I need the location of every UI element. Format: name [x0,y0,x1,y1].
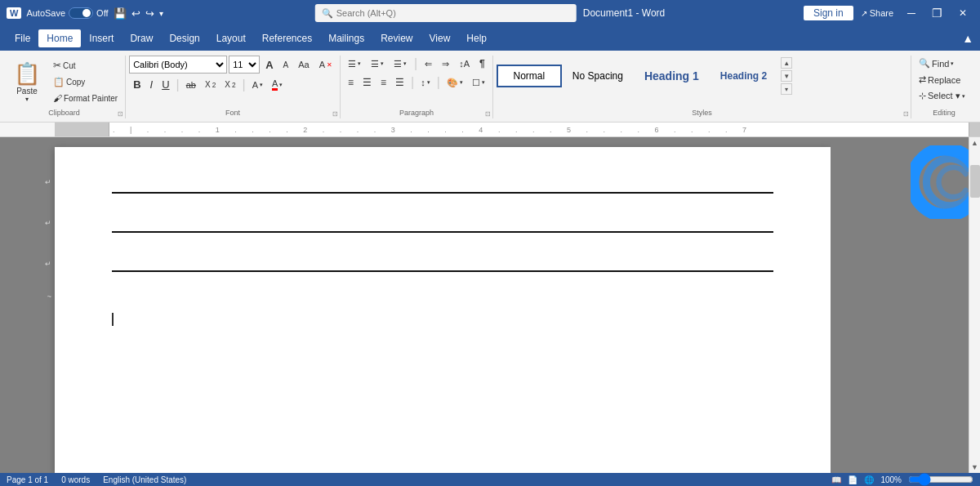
search-bar-container[interactable]: 🔍 [315,4,577,22]
bold-btn[interactable]: B [129,76,145,93]
vertical-scrollbar[interactable]: ▲ ▼ [969,137,980,473]
scroll-thumb[interactable] [970,165,980,198]
copy-icon: 📋 [53,77,65,87]
undo-btn[interactable]: ↩ [131,7,140,20]
search-input[interactable] [336,8,549,18]
style-heading2[interactable]: Heading 2 [710,66,777,86]
strikethrough-btn[interactable]: ab [182,78,200,92]
styles-gallery-container: Normal No Spacing Heading 1 [497,56,907,95]
margin-mark-4: ~ [47,292,51,301]
menu-insert[interactable]: Insert [81,29,122,47]
align-left-btn[interactable]: ≡ [344,74,358,91]
paragraph-expand-btn[interactable]: ⊡ [485,110,491,118]
save-quick-btn[interactable]: 💾 [114,7,127,20]
view-web-btn[interactable]: 🌐 [864,475,874,484]
clipboard-expand-btn[interactable]: ⊡ [118,110,123,118]
paste-button[interactable]: 📋 Paste ▾ [7,59,47,104]
autosave-label: AutoSave [26,8,65,18]
menu-mailings[interactable]: Mailings [320,29,372,47]
right-sidebar [831,137,980,473]
styles-more-btn[interactable]: ▾ [781,83,792,95]
multilevel-btn[interactable]: ☰ ▾ [390,56,411,72]
menu-home[interactable]: Home [38,29,81,47]
find-button[interactable]: 🔍 Find ▾ [915,56,973,71]
menu-help[interactable]: Help [458,29,495,47]
font-color-dropdown: ▾ [279,82,283,88]
font-name-select[interactable]: Calibri (Body) [129,56,227,74]
menu-design[interactable]: Design [161,29,207,47]
view-print-btn[interactable]: 📄 [848,475,858,484]
minimize-btn[interactable]: ─ [901,5,922,21]
shading-btn[interactable]: 🎨 ▾ [443,75,467,91]
menu-layout[interactable]: Layout [208,29,254,47]
document-area: ↵ ↵ ↵ ~ ▲ ▼ [0,137,980,473]
autosave-toggle[interactable] [69,7,93,19]
replace-label: Replace [928,75,960,85]
quick-access-more-btn[interactable]: ▾ [159,9,163,18]
sign-in-button[interactable]: Sign in [804,6,853,20]
menu-review[interactable]: Review [372,29,421,47]
styles-gallery: Normal No Spacing Heading 1 [497,57,777,95]
line-spacing-btn[interactable]: ↕ ▾ [416,75,434,90]
ribbon-groups: 📋 Paste ▾ ✂ Cut 📋 Copy 🖌 Format [0,54,980,118]
share-label: Share [870,8,893,18]
replace-button[interactable]: ⇄ Replace [915,72,973,87]
increase-indent-btn[interactable]: ⇒ [438,56,453,72]
underline-btn[interactable]: U [158,76,173,93]
replace-icon: ⇄ [919,74,926,85]
format-painter-button[interactable]: 🖌 Format Painter [49,91,122,105]
subscript-btn[interactable]: X2 [201,78,220,91]
borders-btn[interactable]: ☐ ▾ [468,75,489,91]
para-top-row: ☰ ▾ ☰ ▾ ☰ ▾ | ⇐ ⇒ ↕A ¶ [344,56,489,72]
style-heading1[interactable]: Heading 1 [634,65,710,87]
superscript-btn[interactable]: X2 [220,78,239,91]
numbering-btn[interactable]: ☰ ▾ [367,56,388,72]
ribbon-collapse-btn[interactable]: ▲ [962,31,973,46]
bullets-btn[interactable]: ☰ ▾ [344,56,365,72]
editing-label: Editing [911,109,977,117]
font-expand-btn[interactable]: ⊡ [332,110,338,118]
menu-references[interactable]: References [254,29,320,47]
menu-view[interactable]: View [421,29,459,47]
scroll-up-btn[interactable]: ▲ [969,137,980,149]
italic-btn[interactable]: I [146,76,158,93]
borders-dd: ▾ [482,79,485,86]
font-color-btn[interactable]: A ▾ [268,76,287,93]
paragraph-group: ☰ ▾ ☰ ▾ ☰ ▾ | ⇐ ⇒ ↕A ¶ [341,56,493,118]
share-button[interactable]: ↗ Share [857,6,898,20]
menu-draw[interactable]: Draw [122,29,161,47]
justify-btn[interactable]: ☰ [391,74,408,91]
document-page[interactable] [55,147,831,473]
change-case-btn[interactable]: Aa [294,57,313,72]
close-btn[interactable]: ✕ [952,6,973,20]
view-read-btn[interactable]: 📖 [831,475,841,484]
menu-file[interactable]: File [7,29,38,47]
zoom-label: 100% [880,475,902,484]
font-shrink-btn[interactable]: A [279,58,293,72]
show-marks-btn[interactable]: ¶ [475,56,489,72]
style-no-spacing[interactable]: No Spacing [562,67,634,85]
styles-scroll-down-btn[interactable]: ▼ [781,70,792,82]
styles-scroll-up-btn[interactable]: ▲ [781,57,792,69]
shading-dd: ▾ [460,79,463,86]
restore-btn[interactable]: ❐ [925,5,949,21]
align-center-btn[interactable]: ☰ [359,74,376,91]
editing-group-inner: 🔍 Find ▾ ⇄ Replace ⊹ Select ▾ ▾ [915,56,973,104]
copy-button[interactable]: 📋 Copy [49,74,122,90]
select-button[interactable]: ⊹ Select ▾ ▾ [915,88,973,104]
sort-btn[interactable]: ↕A [455,56,474,71]
align-right-btn[interactable]: ≡ [376,74,390,91]
font-grow-btn[interactable]: A [261,56,277,74]
text-highlight-btn[interactable]: A ▾ [248,78,267,92]
paste-label: Paste [16,87,38,96]
style-normal[interactable]: Normal [497,65,562,88]
highlight-dropdown: ▾ [260,82,263,88]
scroll-down-btn[interactable]: ▼ [969,461,980,473]
cut-button[interactable]: ✂ Cut [49,57,122,74]
decrease-indent-btn[interactable]: ⇐ [421,56,436,72]
styles-expand-btn[interactable]: ⊡ [903,110,909,118]
clear-formatting-btn[interactable]: A ✕ [315,57,336,72]
zoom-slider[interactable] [908,475,973,484]
redo-btn[interactable]: ↪ [145,7,154,20]
font-size-select[interactable]: 11 [229,56,260,74]
